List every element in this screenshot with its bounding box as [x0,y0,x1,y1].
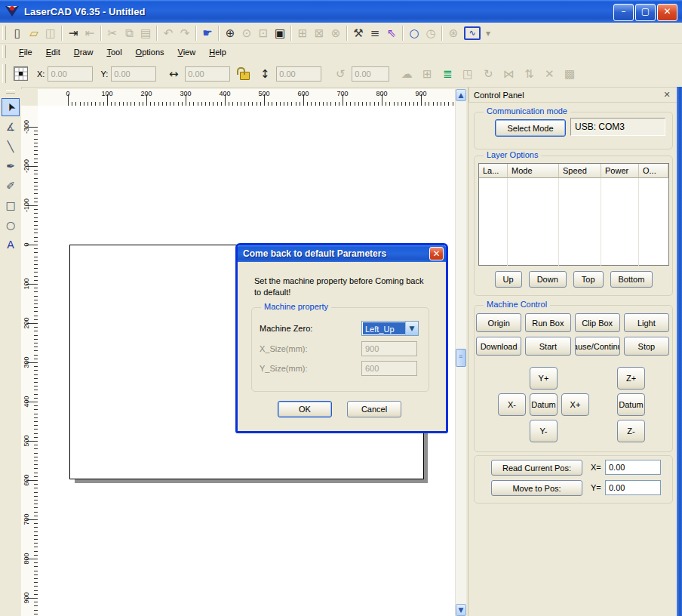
combo-dropdown-icon[interactable]: ▼ [405,322,418,335]
minimize-icon[interactable]: – [613,4,634,21]
move-to-pos-button[interactable]: Move to Pos: [491,480,582,496]
tool-curve-node[interactable]: ✐ [2,177,20,195]
tool-ellipse[interactable]: ○ [2,216,20,234]
dialog-close-icon[interactable]: ✕ [429,247,444,260]
curve-shape-icon[interactable]: ○ [406,25,422,42]
toolbar-grip[interactable] [2,26,6,40]
cancel-button[interactable]: Cancel [347,401,401,417]
layer-table[interactable]: La...ModeSpeedPowerO... [478,163,669,266]
pick-node-icon[interactable]: ⇖ [383,25,400,42]
tool-line-icon: ╲ [8,140,14,152]
tool-rectangle[interactable]: □ [2,196,20,214]
scale-icon: ✕ [541,66,558,82]
import-icon[interactable]: ⇥ [65,25,81,42]
layer-col-mode[interactable]: Mode [508,164,559,178]
button-light[interactable]: Light [624,313,669,332]
new-document-icon[interactable]: ▯ [9,25,26,42]
jog-y-minus-button[interactable]: Y- [530,420,558,442]
layer-column-line [558,178,559,266]
close-icon[interactable]: ✕ [657,4,677,21]
menu-tool[interactable]: Tool [100,45,128,59]
vertical-ruler: -300-200-1000100200300400500600700800900 [21,106,38,616]
menu-edit[interactable]: Edit [39,45,67,59]
button-down[interactable]: Down [529,271,567,288]
tool-edit-node-icon: ∡ [6,121,16,133]
menu-bar: FileEditDrawToolOptionsViewHelp [0,43,682,60]
select-mode-button[interactable]: Select Mode [495,119,566,137]
jog-x-plus-button[interactable]: X+ [561,393,589,416]
output-list-icon[interactable]: ≡ [367,25,383,42]
anchor-point-icon[interactable] [14,66,28,81]
scrollbar-thumb[interactable] [456,349,466,367]
tool-select[interactable]: ➤ [2,98,20,116]
button-start[interactable]: Start [525,337,570,356]
layer-col-power[interactable]: Power [601,164,639,178]
pan-hand-icon[interactable]: ☛ [199,25,216,42]
zoom-in-out-icon[interactable]: ⊕ [222,25,238,42]
layers-icon[interactable]: ≣ [439,66,456,82]
open-file-icon[interactable]: ▱ [26,25,42,42]
ruler-label: 500 [23,433,32,449]
tool-line[interactable]: ╲ [2,137,20,156]
jog-x-minus-button[interactable]: X- [498,393,526,416]
ruler-label: 600 [293,90,313,97]
jog-z-plus-button[interactable]: Z+ [617,367,645,390]
save-icon: ◫ [42,25,59,42]
menu-help[interactable]: Help [202,45,233,59]
button-origin[interactable]: Origin [476,313,521,332]
menu-draw[interactable]: Draw [67,45,100,59]
rotate-cw-icon: ↻ [480,66,496,82]
jog-y-plus-button[interactable]: Y+ [530,367,558,390]
machine-zero-value: Left_Up [363,322,405,334]
property-toolbar: X: 0.00 Y: 0.00 ↔ 0.00 ↕ 0.00 ↺ 0.00 ☁⊞≣… [0,60,682,88]
cloud-icon: ☁ [398,66,415,82]
ruler-label: 400 [23,393,32,410]
menubar-grip[interactable] [2,45,6,57]
button-clip-box[interactable]: Clip Box [575,313,620,332]
tool-palette-grip[interactable] [6,90,15,94]
jog-z-minus-button[interactable]: Z- [617,420,645,442]
zoom-dynamic-icon: ⊙ [238,25,255,42]
vertical-scrollbar[interactable]: ▲ ▼ [455,89,466,616]
menu-view[interactable]: View [171,45,203,59]
button-stop[interactable]: Stop [624,337,669,356]
layer-col-la[interactable]: La... [479,164,508,178]
scroll-up-icon[interactable]: ▲ [456,89,466,101]
button-top[interactable]: Top [573,271,604,288]
read-current-pos-button[interactable]: Read Current Pos: [491,460,582,476]
select-nodes-icon: ⊞ [294,25,311,42]
ruler-label: 200 [23,315,32,331]
button-pause-continue[interactable]: Pause/Continue [575,337,620,356]
layer-col-speed[interactable]: Speed [559,164,601,178]
menu-file[interactable]: File [12,45,39,59]
toolbar-overflow-icon[interactable]: ▾ [483,25,493,42]
zoom-page-icon[interactable]: ▣ [272,25,288,42]
pos-x-field[interactable]: 0.00 [605,460,661,475]
lock-open-icon[interactable] [240,72,250,80]
layer-column-line [638,178,639,266]
tool-ellipse-icon: ○ [6,219,15,231]
button-bottom[interactable]: Bottom [610,271,653,288]
tool-edit-node[interactable]: ∡ [2,118,20,136]
tool-pen[interactable]: ✒ [2,157,20,175]
jog-datum-xy-button[interactable]: Datum [530,393,558,416]
tool-text[interactable]: A [2,236,20,254]
menu-options[interactable]: Options [129,45,171,59]
pos-y-field[interactable]: 0.00 [605,480,661,495]
ruler-label: 800 [372,90,392,97]
scroll-down-icon[interactable]: ▼ [456,604,466,616]
button-up[interactable]: Up [495,271,522,288]
machine-zero-combo[interactable]: Left_Up ▼ [361,321,419,336]
ok-button[interactable]: OK [278,401,332,417]
undo-icon: ↶ [160,25,177,42]
property-toolbar-grip[interactable] [2,64,6,83]
control-panel-close-icon[interactable]: ✕ [662,90,672,100]
tool-hammer-icon[interactable]: ⚒ [350,25,367,42]
button-run-box[interactable]: Run Box [525,313,570,332]
button-download[interactable]: Download [476,337,521,356]
maximize-icon[interactable]: ▢ [635,4,656,21]
toolbar-separator [402,26,404,41]
jog-datum-z-button[interactable]: Datum [617,393,645,416]
layer-col-o[interactable]: O... [639,164,668,178]
display-monitor-icon[interactable]: ∿ [464,26,481,40]
